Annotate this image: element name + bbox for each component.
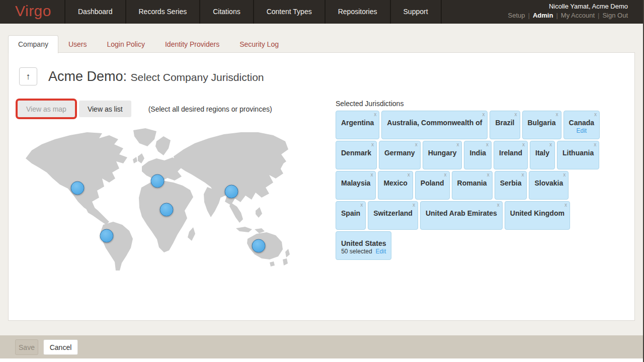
jurisdiction-chip-united-states[interactable]: United States50 selectedEdit — [336, 231, 391, 260]
jurisdiction-chip-hungary[interactable]: xHungary — [423, 141, 462, 169]
remove-icon[interactable]: x — [549, 142, 552, 147]
madagascar — [188, 227, 195, 241]
user-name: Nicolle Yamat, Acme Demo — [508, 3, 628, 10]
jurisdiction-chips: xArgentinaxAustralia, Commonwealth ofxBr… — [336, 111, 602, 261]
jurisdiction-chip-spain[interactable]: xSpain — [336, 201, 366, 230]
tab-identity-providers[interactable]: Identity Providers — [155, 35, 229, 53]
user-link-my-account[interactable]: My Account — [561, 12, 595, 19]
remove-icon[interactable]: x — [594, 142, 596, 147]
jurisdiction-chip-canada[interactable]: xCanadaEdit — [564, 111, 600, 139]
user-link-setup[interactable]: Setup — [508, 12, 525, 19]
map-marker-asia[interactable] — [224, 185, 238, 198]
jurisdiction-chip-argentina[interactable]: xArgentina — [336, 111, 379, 139]
user-link-admin[interactable]: Admin — [533, 12, 553, 19]
jurisdiction-chip-denmark[interactable]: xDenmark — [336, 141, 377, 169]
remove-icon[interactable]: x — [360, 202, 363, 208]
remove-icon[interactable]: x — [444, 172, 447, 177]
nav-item-records-series[interactable]: Records Series — [125, 0, 200, 24]
jurisdiction-chip-malaysia[interactable]: xMalaysia — [336, 171, 376, 200]
selection-hint: (Select all desired regions or provinces… — [148, 105, 272, 113]
jurisdiction-name: Slovakia — [534, 179, 563, 187]
main-nav: DashboardRecords SeriesCitationsContent … — [64, 0, 442, 24]
jurisdiction-name: Poland — [421, 179, 444, 187]
nav-item-repositories[interactable]: Repositories — [325, 0, 390, 24]
map-marker-europe[interactable] — [150, 174, 164, 188]
remove-icon[interactable]: x — [563, 172, 566, 177]
cancel-button[interactable]: Cancel — [43, 339, 78, 355]
remove-icon[interactable]: x — [482, 112, 485, 117]
jurisdiction-chip-ireland[interactable]: xIreland — [494, 141, 528, 169]
company-name: Acme Demo: — [48, 69, 127, 84]
jurisdiction-chip-brazil[interactable]: xBrazil — [490, 111, 520, 139]
remove-icon[interactable]: x — [486, 142, 489, 147]
continent-africa — [139, 180, 193, 252]
jurisdiction-chip-united-arab-emirates[interactable]: xUnited Arab Emirates — [420, 201, 503, 230]
app-logo[interactable]: Virgo — [0, 3, 64, 22]
user-links: Setup|Admin|My Account|Sign Out — [508, 12, 628, 19]
jurisdiction-chip-italy[interactable]: xItaly — [530, 141, 555, 169]
remove-icon[interactable]: x — [456, 142, 459, 147]
settings-tabs: CompanyUsersLogin PolicyIdentity Provide… — [8, 35, 289, 53]
selected-jurisdictions-heading: Selected Jurisdictions — [336, 100, 602, 108]
jurisdiction-detail: 50 selectedEdit — [341, 248, 386, 255]
map-marker-south-america[interactable] — [100, 229, 113, 243]
jurisdiction-chip-poland[interactable]: xPoland — [415, 171, 450, 200]
remove-icon[interactable]: x — [521, 172, 524, 177]
collapse-up-button[interactable]: ↑ — [19, 67, 37, 85]
map-marker-australia[interactable] — [252, 239, 265, 253]
remove-icon[interactable]: x — [415, 142, 418, 147]
jurisdiction-chip-switzerland[interactable]: xSwitzerland — [368, 201, 418, 230]
view-as-map-button[interactable]: View as map — [18, 101, 75, 117]
link-separator: | — [525, 12, 533, 19]
remove-icon[interactable]: x — [487, 172, 490, 177]
world-map[interactable] — [16, 126, 290, 272]
map-marker-north-america[interactable] — [71, 181, 85, 195]
bottom-strip — [0, 358, 644, 362]
jurisdiction-chip-lithuania[interactable]: xLithuania — [557, 141, 599, 169]
tab-company[interactable]: Company — [8, 35, 58, 53]
tasmania — [270, 261, 275, 266]
map-marker-africa[interactable] — [159, 203, 173, 216]
greenland — [133, 128, 156, 146]
footer-action-bar: Save Cancel — [0, 335, 644, 358]
jurisdiction-name: Hungary — [428, 149, 457, 157]
view-as-list-button[interactable]: View as list — [79, 101, 131, 117]
remove-icon[interactable]: x — [565, 202, 567, 208]
jurisdiction-chip-slovakia[interactable]: xSlovakia — [529, 171, 569, 200]
jurisdiction-chip-bulgaria[interactable]: xBulgaria — [522, 111, 561, 139]
remove-icon[interactable]: x — [515, 112, 517, 117]
jurisdiction-name: Denmark — [341, 149, 371, 157]
jurisdiction-chip-serbia[interactable]: xSerbia — [495, 171, 527, 200]
remove-icon[interactable]: x — [413, 202, 415, 208]
remove-icon[interactable]: x — [556, 112, 558, 117]
remove-icon[interactable]: x — [497, 202, 500, 208]
ireland — [133, 157, 137, 163]
edit-link[interactable]: Edit — [576, 127, 587, 134]
remove-icon[interactable]: x — [594, 112, 597, 117]
tab-login-policy[interactable]: Login Policy — [97, 35, 155, 53]
tab-security-log[interactable]: Security Log — [229, 35, 289, 53]
jurisdiction-chip-united-kingdom[interactable]: xUnited Kingdom — [505, 201, 570, 230]
nav-item-dashboard[interactable]: Dashboard — [64, 0, 125, 24]
jurisdiction-name: United Kingdom — [510, 209, 565, 217]
remove-icon[interactable]: x — [371, 142, 374, 147]
nav-item-support[interactable]: Support — [390, 0, 442, 24]
jurisdiction-chip-australia-commonwealth-of[interactable]: xAustralia, Commonwealth of — [381, 111, 488, 139]
jurisdiction-chip-mexico[interactable]: xMexico — [378, 171, 413, 200]
user-link-sign-out[interactable]: Sign Out — [602, 12, 628, 19]
jurisdiction-chip-germany[interactable]: xGermany — [379, 141, 421, 169]
nav-item-citations[interactable]: Citations — [199, 0, 253, 24]
jurisdiction-chip-india[interactable]: xIndia — [464, 141, 492, 169]
remove-icon[interactable]: x — [370, 172, 373, 177]
save-button[interactable]: Save — [15, 339, 38, 355]
page-subtitle: Select Company Jurisdiction — [131, 71, 264, 83]
remove-icon[interactable]: x — [408, 172, 410, 177]
jurisdiction-name: United States — [341, 239, 386, 247]
edit-link[interactable]: Edit — [376, 248, 386, 255]
jurisdiction-name: Argentina — [341, 119, 374, 127]
jurisdiction-chip-romania[interactable]: xRomania — [452, 171, 493, 200]
tab-users[interactable]: Users — [58, 35, 97, 53]
remove-icon[interactable]: x — [522, 142, 525, 147]
remove-icon[interactable]: x — [374, 112, 376, 117]
nav-item-content-types[interactable]: Content Types — [253, 0, 325, 24]
